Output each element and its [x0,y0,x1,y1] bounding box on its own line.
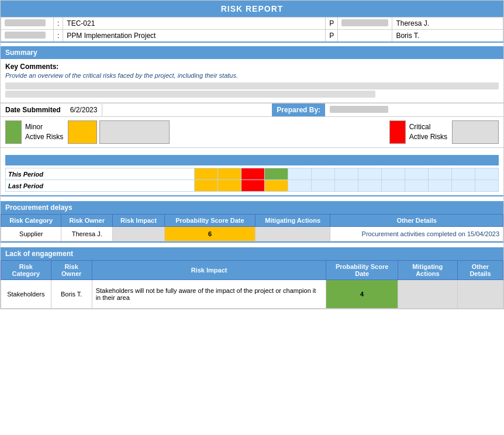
report-title: RISK REPORT [1,1,503,17]
procurement-data-row: Supplier Theresa J. 6 Procurement activi… [1,227,503,241]
eng-col-score: Probability Score Date [326,261,398,280]
col-score: Probability Score Date [164,215,255,227]
prepared-by-label: Prepared By: [272,103,325,116]
eng-col-mitigating: Mitigating Actions [398,261,457,280]
engagement-data-row: Stakeholders Boris T. Stakeholders will … [1,280,503,309]
owner-name-2: Boris T. [392,30,503,43]
owner-name-1: Theresa J. [392,18,503,30]
summary-section: Key Comments: Provide an overview of the… [1,59,503,103]
engagement-section: Lack of engagement Risk Category Risk Ow… [1,247,503,309]
engagement-other [457,280,503,309]
engagement-table: Risk Category Risk Owner Risk Impact Pro… [1,260,503,309]
minor-risk-label: MinorActive Risks [25,122,63,142]
procurement-mitigating [256,227,330,241]
period-table: This Period Last Period [5,168,499,192]
minor-risk-indicator: MinorActive Risks [5,120,63,144]
procurement-score: 6 [164,227,255,241]
header-row-1: : TEC-021 P Theresa J. [1,18,503,30]
last-period-label: Last Period [6,180,195,192]
eng-col-impact: Risk Impact [92,261,326,280]
procurement-title: Procurement delays [1,201,503,214]
project-id: TEC-021 [63,18,326,30]
project-name: PPM Implementation Project [63,30,326,43]
col-impact: Risk Impact [112,215,164,227]
minor-extra-box [99,120,170,144]
risk-indicators-row: MinorActive Risks CriticalActive Risks [1,117,503,148]
this-period-label: This Period [6,168,195,180]
date-prepared-row: Date Submmited 6/2/2023 Prepared By: [1,103,503,117]
eng-col-category: Risk Category [1,261,51,280]
last-period-row: Last Period [6,180,499,192]
engagement-owner: Boris T. [51,280,92,309]
period-section: This Period Last Period [1,151,503,196]
minor-risk-color [5,120,22,144]
procurement-section: Procurement delays Risk Category Risk Ow… [1,201,503,243]
procurement-other: Procurement activities completed on 15/0… [330,227,503,241]
critical-risk-label: CriticalActive Risks [409,122,447,142]
engagement-category: Stakeholders [1,280,51,309]
summary-header: Summary [1,46,503,59]
engagement-impact: Stakeholders will not be fully aware of … [92,280,326,309]
date-value: 6/2/2023 [65,103,103,116]
engagement-title: Lack of engagement [1,247,503,260]
prepared-by-value [325,103,503,116]
date-label: Date Submmited [1,103,65,116]
eng-col-other: Other Details [457,261,503,280]
engagement-score: 4 [326,280,398,309]
blurred-text-2 [5,91,375,98]
blurred-text-1 [5,82,499,89]
header-row-2: : PPM Implementation Project P Boris T. [1,30,503,43]
col-mitigating: Mitigating Actions [256,215,330,227]
engagement-header-row: Risk Category Risk Owner Risk Impact Pro… [1,261,503,280]
col-other: Other Details [330,215,503,227]
procurement-table: Risk Category Risk Owner Risk Impact Pro… [1,214,503,241]
procurement-category: Supplier [1,227,61,241]
procurement-owner: Theresa J. [61,227,112,241]
col-owner: Risk Owner [61,215,112,227]
key-comments-text: Provide an overview of the critical risk… [5,72,499,79]
procurement-impact [112,227,164,241]
period-header-bar [5,155,499,165]
critical-risk-color [389,120,406,144]
critical-risk-indicator: CriticalActive Risks [389,120,447,144]
this-period-row: This Period [6,168,499,180]
engagement-mitigating [398,280,457,309]
col-category: Risk Category [1,215,61,227]
key-comments-label: Key Comments: [5,63,499,71]
critical-count-box [452,120,499,144]
eng-col-owner: Risk Owner [51,261,92,280]
minor-count-box [68,120,97,144]
header-table: : TEC-021 P Theresa J. : PPM Implementat… [1,17,503,43]
procurement-header-row: Risk Category Risk Owner Risk Impact Pro… [1,215,503,227]
